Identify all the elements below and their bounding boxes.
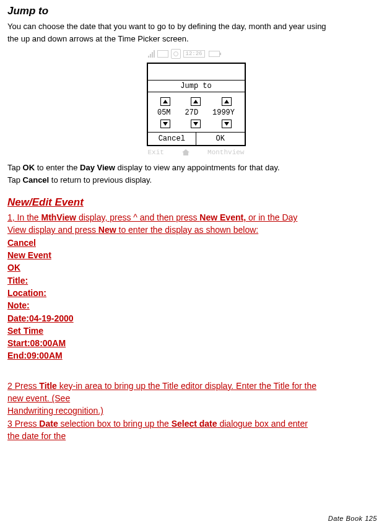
device-screen: Jump to 05M 27D 1999Y — [147, 63, 246, 146]
day-down-button[interactable] — [191, 120, 201, 128]
ok-button[interactable]: OK — [196, 133, 245, 145]
step-2-line-3: Handwriting recognition.) — [7, 404, 385, 417]
field-cancel: Cancel — [7, 237, 385, 249]
step-2-line-2: new event. (See — [7, 392, 385, 404]
field-new-event: New Event — [7, 249, 385, 261]
year-up-button[interactable] — [222, 97, 232, 106]
field-start: Start:08:00AM — [7, 337, 385, 349]
instruction-ok: Tap OK to enter the Day View display to … — [7, 162, 385, 173]
field-location: Location: — [7, 287, 385, 299]
field-set-time: Set Time — [7, 325, 385, 337]
softkey-monthview[interactable]: Monthview — [207, 149, 244, 156]
day-value: 27D — [185, 108, 198, 117]
step-2-line-1: 2 Press Title key-in area to bring up th… — [7, 380, 385, 392]
softkey-exit[interactable]: Exit — [148, 149, 164, 156]
step-1-line-2: View display and press New to enter the … — [7, 224, 385, 236]
month-down-button[interactable] — [160, 120, 170, 128]
day-up-button[interactable] — [191, 97, 201, 106]
page-footer: Date Book 125 — [328, 515, 377, 522]
field-note: Note: — [7, 299, 385, 312]
clock-readout: 12:26 — [183, 50, 205, 58]
intro-line-2: the up and down arrows at the Time Picke… — [7, 33, 385, 45]
cancel-button[interactable]: Cancel — [148, 133, 197, 145]
signal-icon — [148, 50, 155, 58]
battery-icon — [209, 51, 220, 57]
heading-jump-to: Jump to — [7, 5, 385, 17]
status-bar: 12:26 — [147, 48, 246, 60]
step-3-line-1: 3 Press Date selection box to bring up t… — [7, 417, 385, 430]
dialog-title: Jump to — [148, 80, 245, 92]
step-3-line-2: the date for the — [7, 430, 385, 442]
field-end: End:09:00AM — [7, 349, 385, 362]
month-up-button[interactable] — [160, 97, 170, 106]
year-down-button[interactable] — [222, 120, 232, 128]
date-picker: 05M 27D 1999Y — [148, 92, 245, 132]
year-value: 1999Y — [212, 108, 235, 117]
heading-new-edit-event: New/Edit Event — [7, 196, 385, 209]
field-date: Date:04-19-2000 — [7, 312, 385, 325]
settings-icon — [171, 49, 181, 59]
home-icon[interactable] — [182, 149, 189, 155]
envelope-icon — [157, 50, 168, 58]
instruction-cancel: Tap Cancel to return to previous display… — [7, 175, 385, 186]
field-title: Title: — [7, 274, 385, 287]
field-ok: OK — [7, 261, 385, 274]
month-value: 05M — [157, 108, 171, 117]
time-picker-mockup: 12:26 Jump to 05M 27D 1999Y — [7, 48, 385, 156]
intro-line-1: You can choose the date that you want to… — [7, 21, 385, 32]
step-1-line-1: 1, In the MthView display, press ^ and t… — [7, 211, 385, 224]
